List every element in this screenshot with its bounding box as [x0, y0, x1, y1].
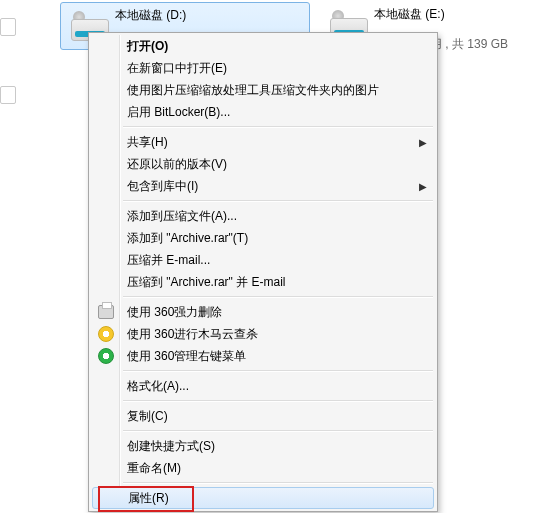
- menu-separator: [123, 200, 433, 202]
- menu-label: 使用 360管理右键菜单: [127, 348, 246, 365]
- menu-separator: [123, 482, 433, 484]
- menu-create-shortcut[interactable]: 创建快捷方式(S): [91, 435, 435, 457]
- menu-compress-rar-and-email[interactable]: 压缩到 "Archive.rar" 并 E-mail: [91, 271, 435, 293]
- menu-copy[interactable]: 复制(C): [91, 405, 435, 427]
- menu-label: 压缩到 "Archive.rar" 并 E-mail: [127, 274, 286, 291]
- menu-compress-and-email[interactable]: 压缩并 E-mail...: [91, 249, 435, 271]
- menu-label: 启用 BitLocker(B)...: [127, 104, 230, 121]
- menu-label: 使用图片压缩缩放处理工具压缩文件夹内的图片: [127, 82, 379, 99]
- menu-label: 压缩并 E-mail...: [127, 252, 210, 269]
- menu-label: 重命名(M): [127, 460, 181, 477]
- menu-restore-previous-versions[interactable]: 还原以前的版本(V): [91, 153, 435, 175]
- menu-open-new-window[interactable]: 在新窗口中打开(E): [91, 57, 435, 79]
- menu-add-to-archive-rar[interactable]: 添加到 "Archive.rar"(T): [91, 227, 435, 249]
- menu-label: 共享(H): [127, 134, 168, 151]
- winrar-icon: [97, 273, 115, 291]
- menu-label: 包含到库中(I): [127, 178, 198, 195]
- winrar-icon: [97, 229, 115, 247]
- menu-label: 打开(O): [127, 38, 168, 55]
- menu-label: 还原以前的版本(V): [127, 156, 227, 173]
- 360-green-icon: [97, 347, 115, 365]
- menu-properties[interactable]: 属性(R): [92, 487, 434, 509]
- menu-label: 使用 360进行木马云查杀: [127, 326, 258, 343]
- menu-separator: [123, 126, 433, 128]
- menu-360-trojan-scan[interactable]: 使用 360进行木马云查杀: [91, 323, 435, 345]
- drive-e-usage: 用 , 共 139 GB: [430, 36, 508, 53]
- menu-rename[interactable]: 重命名(M): [91, 457, 435, 479]
- menu-label: 添加到压缩文件(A)...: [127, 208, 237, 225]
- menu-label: 创建快捷方式(S): [127, 438, 215, 455]
- printer-icon: [97, 303, 115, 321]
- menu-open[interactable]: 打开(O): [91, 35, 435, 57]
- drive-e-label: 本地磁盘 (E:): [374, 6, 445, 23]
- menu-separator: [123, 400, 433, 402]
- menu-360-manage-context[interactable]: 使用 360管理右键菜单: [91, 345, 435, 367]
- menu-360-force-delete[interactable]: 使用 360强力删除: [91, 301, 435, 323]
- drive-d-label: 本地磁盘 (D:): [115, 7, 186, 24]
- context-menu: 打开(O) 在新窗口中打开(E) 使用图片压缩缩放处理工具压缩文件夹内的图片 启…: [88, 32, 438, 512]
- menu-label: 格式化(A)...: [127, 378, 189, 395]
- winrar-icon: [97, 251, 115, 269]
- menu-separator: [123, 370, 433, 372]
- menu-image-compress-tool[interactable]: 使用图片压缩缩放处理工具压缩文件夹内的图片: [91, 79, 435, 101]
- menu-label: 属性(R): [128, 490, 169, 507]
- submenu-arrow-icon: ▶: [419, 137, 427, 148]
- menu-label: 使用 360强力删除: [127, 304, 222, 321]
- menu-separator: [123, 296, 433, 298]
- menu-share[interactable]: 共享(H) ▶: [91, 131, 435, 153]
- menu-separator: [123, 430, 433, 432]
- submenu-arrow-icon: ▶: [419, 181, 427, 192]
- menu-label: 复制(C): [127, 408, 168, 425]
- menu-label: 添加到 "Archive.rar"(T): [127, 230, 248, 247]
- menu-include-in-library[interactable]: 包含到库中(I) ▶: [91, 175, 435, 197]
- menu-label: 在新窗口中打开(E): [127, 60, 227, 77]
- shield-icon: [97, 103, 115, 121]
- menu-format[interactable]: 格式化(A)...: [91, 375, 435, 397]
- menu-enable-bitlocker[interactable]: 启用 BitLocker(B)...: [91, 101, 435, 123]
- 360-orange-icon: [97, 325, 115, 343]
- menu-add-to-archive[interactable]: 添加到压缩文件(A)...: [91, 205, 435, 227]
- winrar-icon: [97, 207, 115, 225]
